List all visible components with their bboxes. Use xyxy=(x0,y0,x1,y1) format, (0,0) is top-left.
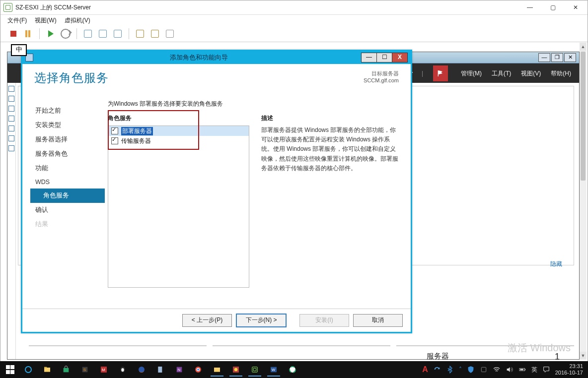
tb-onenote-icon[interactable]: N xyxy=(171,363,188,377)
nav-server-roles[interactable]: 服务器角色 xyxy=(30,147,105,161)
sm-tools-menu[interactable]: 工具(T) xyxy=(492,69,511,78)
tray-action-center-icon[interactable] xyxy=(542,366,550,374)
svg-rect-3 xyxy=(64,368,69,373)
menu-vm[interactable]: 虚拟机(V) xyxy=(65,16,90,25)
system-clock[interactable]: 23:31 2016-10-17 xyxy=(555,363,583,376)
nav-icon[interactable] xyxy=(8,145,14,151)
snapshot-manager-button[interactable] xyxy=(112,28,124,40)
tray-chevron-up-icon[interactable]: ˄ xyxy=(459,366,462,373)
tray-wifi-icon[interactable] xyxy=(493,366,501,374)
unity-button[interactable] xyxy=(149,28,161,40)
wizard-close-button[interactable]: X xyxy=(392,53,408,63)
svg-point-19 xyxy=(234,368,238,372)
menu-file[interactable]: 文件(F) xyxy=(7,16,27,25)
fullscreen-button[interactable] xyxy=(134,28,146,40)
outer-close-button[interactable]: ✕ xyxy=(567,2,585,13)
outer-minimize-button[interactable]: — xyxy=(521,2,539,13)
tray-vmware-tools-icon[interactable] xyxy=(480,366,488,374)
role-transport-server[interactable]: 传输服务器 xyxy=(108,136,249,146)
wizard-titlebar[interactable]: 添加角色和功能向导 — ☐ X xyxy=(22,51,411,64)
outer-maximize-button[interactable]: ▢ xyxy=(544,2,562,13)
nav-icon[interactable] xyxy=(8,116,14,122)
menu-view[interactable]: 视图(W) xyxy=(35,16,56,25)
tb-explorer2-icon[interactable] xyxy=(209,363,225,377)
sm-maximize-button[interactable]: ❐ xyxy=(551,53,563,62)
tb-store-icon[interactable] xyxy=(58,363,74,377)
tray-shield-icon[interactable] xyxy=(467,366,475,374)
tray-volume-icon[interactable] xyxy=(506,366,514,374)
nav-confirm[interactable]: 确认 xyxy=(30,203,105,217)
cancel-button[interactable]: 取消 xyxy=(353,314,403,327)
nav-icon[interactable] xyxy=(8,106,14,112)
tile[interactable]: 务 能 xyxy=(213,345,390,346)
svg-rect-11 xyxy=(158,367,162,373)
tile-servers[interactable]: 服务器 1 理性 xyxy=(396,345,574,346)
vmware-app-icon xyxy=(3,3,12,12)
ime-badge[interactable]: 中 xyxy=(11,44,27,56)
tb-red-m-icon[interactable]: M xyxy=(95,363,112,377)
scroll-up-arrow[interactable]: ▲ xyxy=(580,43,587,51)
tb-firefox-icon[interactable] xyxy=(133,363,150,377)
connect-device-button[interactable] xyxy=(164,28,176,40)
nav-before-you-begin[interactable]: 开始之前 xyxy=(30,104,105,118)
install-button: 安装(I) xyxy=(299,314,349,327)
tray-ime-a-icon[interactable]: A xyxy=(422,365,428,374)
previous-button[interactable]: < 上一步(P) xyxy=(182,314,232,327)
wizard-maximize-button[interactable]: ☐ xyxy=(377,53,392,63)
nav-icon[interactable] xyxy=(8,135,14,141)
nav-icon[interactable] xyxy=(8,126,14,131)
snapshot-take-button[interactable] xyxy=(82,28,94,40)
checkbox-deploy-server[interactable] xyxy=(111,127,118,134)
role-deploy-server[interactable]: 部署服务器 xyxy=(108,126,249,136)
next-button[interactable]: 下一步(N) > xyxy=(236,314,287,327)
checkbox-transport-server[interactable] xyxy=(111,137,118,144)
nav-role-services[interactable]: 角色服务 xyxy=(30,189,105,203)
outer-scrollbar[interactable]: ▲ ▼ xyxy=(579,43,587,360)
sm-close-button[interactable]: ✕ xyxy=(564,53,576,62)
nav-install-type[interactable]: 安装类型 xyxy=(30,118,105,132)
tb-file-icon[interactable] xyxy=(152,363,169,377)
tray-language-indicator[interactable]: 英 xyxy=(531,366,537,374)
add-roles-wizard: 添加角色和功能向导 — ☐ X 选择角色服务 目标服务器 SCCM.glf.co… xyxy=(21,50,412,333)
stop-button[interactable] xyxy=(7,28,19,40)
nav-wds[interactable]: WDS xyxy=(30,176,105,189)
snapshot-revert-button[interactable] xyxy=(97,28,109,40)
tb-qq-icon[interactable] xyxy=(114,363,131,377)
tb-vmware-icon[interactable] xyxy=(246,363,263,377)
tray-sync-icon[interactable] xyxy=(433,366,441,374)
start-button[interactable] xyxy=(3,362,18,377)
wizard-main: 为Windows 部署服务选择要安装的角色服务 角色服务 部署服务器 传输服务器 xyxy=(105,99,411,307)
sm-help-menu[interactable]: 帮助(H) xyxy=(551,69,571,78)
play-button[interactable] xyxy=(45,28,57,40)
nav-features[interactable]: 功能 xyxy=(30,161,105,176)
wizard-window-controls: — ☐ X xyxy=(361,53,408,63)
sm-manage-menu[interactable]: 管理(M) xyxy=(461,69,482,78)
hide-link[interactable]: 隐藏 xyxy=(550,260,562,268)
tb-snagit-icon[interactable] xyxy=(227,363,244,377)
sm-view-menu[interactable]: 视图(V) xyxy=(521,69,541,78)
refresh-button[interactable] xyxy=(60,28,72,40)
tb-tencent-icon[interactable] xyxy=(284,363,301,377)
role-services-header: 角色服务 xyxy=(108,114,249,123)
nav-server-selection[interactable]: 服务器选择 xyxy=(30,132,105,147)
tb-sublime-icon[interactable]: S xyxy=(76,363,93,377)
system-tray: A ˄ 英 23:31 2016-10-17 xyxy=(422,363,585,376)
tray-battery-icon[interactable] xyxy=(518,366,526,374)
scroll-thumb[interactable] xyxy=(581,52,586,181)
svg-rect-26 xyxy=(481,367,486,372)
pause-button[interactable] xyxy=(22,28,34,40)
tb-word-icon[interactable]: W xyxy=(265,363,282,377)
tile[interactable]: 务 能 xyxy=(29,345,207,346)
nav-icon[interactable] xyxy=(8,96,14,102)
nav-icon[interactable] xyxy=(8,86,14,92)
wizard-heading: 选择角色服务 xyxy=(34,70,109,86)
tray-bluetooth-icon[interactable] xyxy=(446,366,454,374)
tb-chrome-icon[interactable] xyxy=(190,363,207,377)
sm-minimize-button[interactable]: — xyxy=(538,53,550,62)
scroll-down-arrow[interactable]: ▼ xyxy=(580,352,587,360)
tb-explorer-icon[interactable] xyxy=(39,363,56,377)
tile-title: 服务器 xyxy=(427,352,449,361)
tb-edge-icon[interactable] xyxy=(20,363,37,377)
notifications-flag-icon[interactable] xyxy=(433,65,448,81)
wizard-minimize-button[interactable]: — xyxy=(361,53,377,63)
